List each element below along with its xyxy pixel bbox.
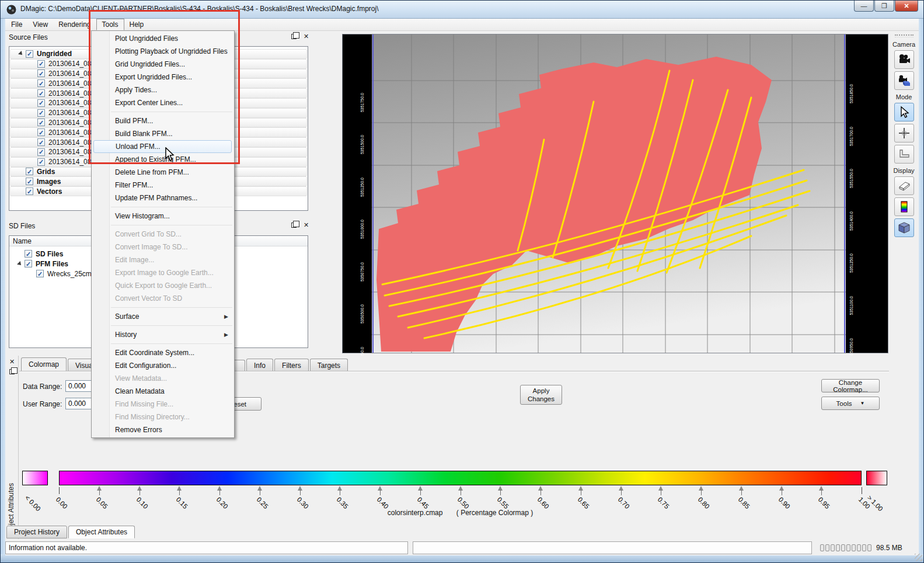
view-toolbar: Camera Mode Display (890, 33, 918, 527)
close-panel-icon[interactable]: ✕ (302, 221, 311, 229)
tab[interactable]: Targets (310, 359, 348, 371)
menu-option: ▶ (111, 307, 232, 308)
close-panel-icon[interactable]: ✕ (8, 357, 16, 366)
map-canvas (343, 34, 888, 353)
tree-row-label: Wrecks_25cm (47, 270, 92, 278)
menu-option[interactable]: View Histogram... ▶ (92, 210, 233, 223)
menu-option: Find Missing File... ▶ (92, 398, 233, 411)
checkbox[interactable]: ✓ (37, 128, 45, 136)
expander-icon[interactable] (16, 50, 26, 57)
minimize-button[interactable]: — (854, 1, 874, 12)
checkbox[interactable]: ✓ (37, 138, 45, 146)
tools-dropdown-button[interactable]: Tools ▼ (821, 397, 880, 410)
float-panel-icon[interactable] (290, 32, 298, 40)
checkbox[interactable]: ✓ (25, 250, 32, 258)
close-panel-icon[interactable]: ✕ (302, 32, 311, 40)
tab[interactable]: Info (246, 359, 273, 371)
window-frame-right (919, 19, 923, 554)
camera-icon[interactable] (894, 50, 914, 69)
tab[interactable]: Filters (274, 359, 309, 371)
tree-row-label: SD Files (36, 250, 63, 258)
tree-row-label: PFM Files (36, 260, 68, 268)
checkbox[interactable]: ✓ (37, 148, 45, 156)
tick-label: 0.15 (175, 496, 189, 510)
maximize-button[interactable]: ❒ (874, 1, 894, 12)
tab[interactable]: Colormap (21, 357, 67, 371)
checkbox[interactable]: ✓ (26, 50, 33, 58)
tick-label: 0.50 (456, 496, 470, 510)
apply-changes-button[interactable]: Apply Changes (520, 385, 562, 405)
float-panel-icon[interactable] (8, 367, 16, 376)
menu-option[interactable]: Edit Coordinate System... ▶ (92, 346, 233, 359)
menu-option-label: Clean Metadata (115, 387, 165, 395)
map-view[interactable]: 5351750.05351500.05351250.05351000.05350… (342, 34, 888, 353)
colorbar-icon[interactable] (894, 197, 914, 216)
tick-label: 0.75 (657, 496, 671, 510)
menu-option: Find Missing Directory... ▶ (92, 411, 233, 423)
menu-option: Quick Export to Google Earth... ▶ (92, 279, 233, 292)
checkbox[interactable]: ✓ (37, 69, 45, 77)
menu-item[interactable]: View (27, 19, 53, 30)
annotation-rectangle (89, 10, 240, 164)
checkbox[interactable]: ✓ (37, 60, 45, 68)
float-panel-icon[interactable] (290, 221, 298, 229)
menu-option-label: Surface (115, 312, 139, 321)
crosshair-icon[interactable] (894, 124, 914, 143)
menu-option[interactable]: Clean Metadata ▶ (92, 385, 233, 398)
memory-gauge (820, 544, 871, 551)
toolbar-grip[interactable] (895, 34, 913, 37)
select-cursor-icon[interactable] (894, 103, 914, 121)
coordinate-label: 5350950.0 (849, 338, 853, 357)
menu-option: Convert Grid To SD... ▶ (92, 228, 233, 241)
checkbox[interactable]: ✓ (37, 99, 45, 107)
resize-grip[interactable] (915, 554, 922, 561)
window-frame-bottom (1, 554, 923, 562)
tick-label: 0.95 (817, 496, 831, 510)
tab[interactable]: Object Attributes (68, 526, 135, 538)
menu-option[interactable]: Edit Configuration... ▶ (92, 359, 233, 372)
menu-option[interactable]: Remove Errors ▶ (92, 423, 233, 436)
expander-icon[interactable] (15, 260, 25, 267)
coordinate-label: 5350750.0 (360, 262, 364, 282)
menu-option[interactable]: Delete Line from PFM... ▶ (92, 166, 233, 179)
checkbox[interactable]: ✓ (26, 187, 33, 195)
menu-option: ▶ (111, 207, 232, 207)
menu-option-label: Convert Image To SD... (115, 243, 188, 251)
tick-label: 0.65 (576, 496, 590, 510)
camera-target-icon[interactable] (894, 71, 914, 90)
checkbox[interactable]: ✓ (26, 178, 33, 185)
checkbox[interactable]: ✓ (37, 158, 45, 166)
coordinate-label: 5351250.0 (360, 178, 364, 197)
corner-ruler-icon[interactable] (894, 145, 914, 164)
close-button[interactable]: ✕ (895, 1, 918, 12)
menu-option-label: Update PFM Pathnames... (115, 194, 197, 202)
tick-label: 0.60 (536, 496, 550, 510)
checkbox[interactable]: ✓ (37, 119, 45, 126)
menu-option: Export Image to Google Earth... ▶ (92, 266, 233, 279)
menu-option[interactable]: Update PFM Pathnames... ▶ (92, 192, 233, 204)
menu-option[interactable]: History ▶ (92, 328, 233, 341)
menu-item[interactable]: File (6, 19, 27, 30)
tab[interactable]: Project History (6, 526, 67, 538)
checkbox[interactable]: ✓ (37, 89, 45, 97)
menu-option-label: View Histogram... (115, 212, 170, 220)
tick-label: 0.70 (616, 496, 630, 510)
tick-label: 0.05 (95, 496, 109, 510)
checkbox[interactable]: ✓ (25, 260, 32, 267)
memory-usage: 98.5 MB (876, 544, 902, 552)
tree-row-label: Ungridded (37, 50, 72, 58)
tree-row-label: Grids (37, 168, 55, 176)
tick-label: 0.90 (777, 496, 791, 510)
checkbox[interactable]: ✓ (37, 79, 45, 87)
menu-option[interactable]: Filter PFM... ▶ (92, 179, 233, 192)
checkbox[interactable]: ✓ (26, 168, 33, 175)
tick-label: 0.35 (336, 496, 350, 510)
checkbox[interactable]: ✓ (37, 109, 45, 117)
eraser-icon[interactable] (894, 176, 914, 195)
menu-option-label: History (115, 331, 137, 339)
cube-3d-icon[interactable] (894, 218, 914, 237)
tick-label: 0.30 (295, 496, 309, 510)
menu-option[interactable]: Surface ▶ (92, 310, 233, 323)
checkbox[interactable]: ✓ (36, 270, 44, 277)
change-colormap-button[interactable]: Change Colormap... (821, 379, 880, 392)
